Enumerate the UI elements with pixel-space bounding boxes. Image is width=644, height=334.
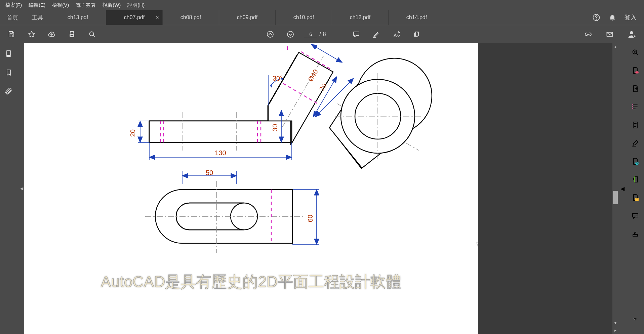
next-panel-collapse[interactable]: ◀: [618, 43, 627, 334]
svg-point-3: [267, 31, 273, 37]
save-button[interactable]: [5, 28, 18, 41]
rotate-right-icon: [413, 30, 421, 38]
sign-tool-button[interactable]: [631, 139, 639, 149]
svg-rect-8: [7, 51, 10, 55]
scroll-thumb[interactable]: [613, 191, 618, 204]
stamp-button[interactable]: [631, 230, 639, 239]
page-sep: /: [319, 31, 321, 37]
doc-tab-ch13[interactable]: ch13.pdf: [50, 10, 106, 25]
sign-button[interactable]: [390, 28, 403, 41]
pdf-export-icon: [631, 85, 639, 93]
pdf-page: 20 30 130 70 Ø40 30° 50 40 60: [24, 43, 478, 334]
technical-drawing: 20 30 130 70 Ø40 30° 50 40 60: [24, 43, 478, 334]
menu-help[interactable]: 說明(H): [124, 1, 148, 10]
dim-130: 130: [215, 149, 226, 157]
doc-tab-ch08[interactable]: ch08.pdf: [163, 10, 219, 25]
thumbnails-button[interactable]: [5, 50, 13, 59]
workspace: ◀: [0, 43, 644, 334]
pdf-create-icon: [631, 67, 639, 75]
doc-tab-ch10[interactable]: ch10.pdf: [276, 10, 332, 25]
doc-tab-ch07[interactable]: ch07.pdf×: [106, 10, 163, 25]
tab-close-icon[interactable]: ×: [155, 14, 159, 21]
svg-rect-61: [634, 177, 638, 182]
mail-icon: [606, 30, 614, 38]
stamp-icon: [631, 230, 639, 238]
doc-tab-ch14[interactable]: ch14.pdf: [389, 10, 445, 25]
convert-pdf-button[interactable]: [631, 157, 639, 167]
edit-pdf-button[interactable]: [631, 103, 639, 112]
page-viewport[interactable]: 20 30 130 70 Ø40 30° 50 40 60: [26, 43, 612, 334]
email-button[interactable]: [603, 28, 616, 41]
menu-view[interactable]: 檢視(V): [49, 1, 72, 10]
left-rail: [0, 43, 17, 334]
create-pdf-button[interactable]: [631, 67, 639, 76]
compress-button[interactable]: [631, 175, 639, 185]
pdf-check-icon: [631, 157, 639, 165]
protect-button[interactable]: [631, 194, 639, 203]
rotate-button[interactable]: [410, 28, 424, 41]
share-person-button[interactable]: [625, 27, 639, 42]
menu-window[interactable]: 視窗(W): [99, 1, 124, 10]
help-button[interactable]: [592, 13, 600, 22]
page-icon: [631, 121, 639, 129]
pdf-note-icon: [631, 194, 639, 202]
menu-edit[interactable]: 編輯(E): [25, 1, 49, 10]
fountain-pen-icon: [631, 139, 639, 147]
scroll-down-button[interactable]: ▾: [612, 321, 618, 325]
tab-label: ch08.pdf: [180, 14, 201, 20]
tab-label: ch10.pdf: [293, 14, 314, 20]
svg-rect-12: [149, 121, 292, 142]
more-tools-button[interactable]: [632, 316, 639, 324]
page-up-button[interactable]: [264, 28, 277, 41]
menu-esign[interactable]: 電子簽署: [72, 1, 99, 10]
svg-line-36: [311, 44, 342, 62]
link-button[interactable]: [581, 28, 595, 41]
star-button[interactable]: [25, 28, 38, 41]
export-pdf-button[interactable]: [631, 85, 639, 94]
page-down-button[interactable]: [284, 28, 297, 41]
doc-tab-ch12[interactable]: ch12.pdf: [332, 10, 389, 25]
cloud-upload-button[interactable]: [45, 28, 58, 41]
login-button[interactable]: 登入: [625, 13, 637, 22]
zoom-find-button[interactable]: [85, 28, 99, 41]
tab-label: ch07.pdf: [124, 14, 145, 20]
bookmark-icon: [5, 69, 13, 77]
thumbnails-icon: [5, 50, 13, 58]
print-button[interactable]: [65, 28, 79, 41]
page-current-input[interactable]: [304, 31, 317, 37]
dim-60: 60: [307, 215, 314, 222]
organize-button[interactable]: [631, 121, 639, 130]
svg-point-1: [596, 19, 596, 19]
dim-angle: 30°: [273, 75, 283, 82]
chevron-down-icon: [632, 316, 639, 323]
magnifier-plus-icon: [631, 48, 639, 56]
nav-home[interactable]: 首頁: [0, 10, 25, 25]
dim-30: 30: [271, 124, 279, 131]
svg-point-6: [630, 31, 633, 34]
page-indicator: / 8: [304, 31, 326, 37]
scroll-right-button[interactable]: ▸: [612, 328, 618, 333]
star-icon: [28, 30, 36, 38]
doc-tab-ch09[interactable]: ch09.pdf: [219, 10, 276, 25]
page-total: 8: [323, 31, 326, 37]
vertical-scrollbar[interactable]: ▴ ▾ ▸: [612, 43, 618, 334]
nav-tools[interactable]: 工具: [25, 10, 50, 25]
attachment-button[interactable]: [5, 87, 13, 97]
comment-button[interactable]: [350, 28, 363, 41]
link-icon: [584, 30, 592, 38]
triangle-left-icon: ◀: [620, 185, 625, 192]
cloud-upload-icon: [48, 30, 56, 38]
svg-rect-63: [633, 235, 638, 236]
svg-rect-56: [632, 104, 633, 105]
tab-label: ch13.pdf: [68, 14, 88, 20]
bookmark-button[interactable]: [5, 69, 13, 78]
zoom-tool-button[interactable]: [631, 48, 639, 58]
scroll-up-button[interactable]: ▴: [612, 44, 618, 49]
comment-tool-button[interactable]: [631, 212, 639, 221]
highlight-button[interactable]: [370, 28, 383, 41]
person-plus-icon: [627, 30, 637, 39]
bell-icon: [608, 13, 616, 22]
notifications-button[interactable]: [608, 13, 616, 22]
menu-file[interactable]: 檔案(F): [2, 1, 25, 10]
dim-50: 50: [206, 169, 213, 176]
